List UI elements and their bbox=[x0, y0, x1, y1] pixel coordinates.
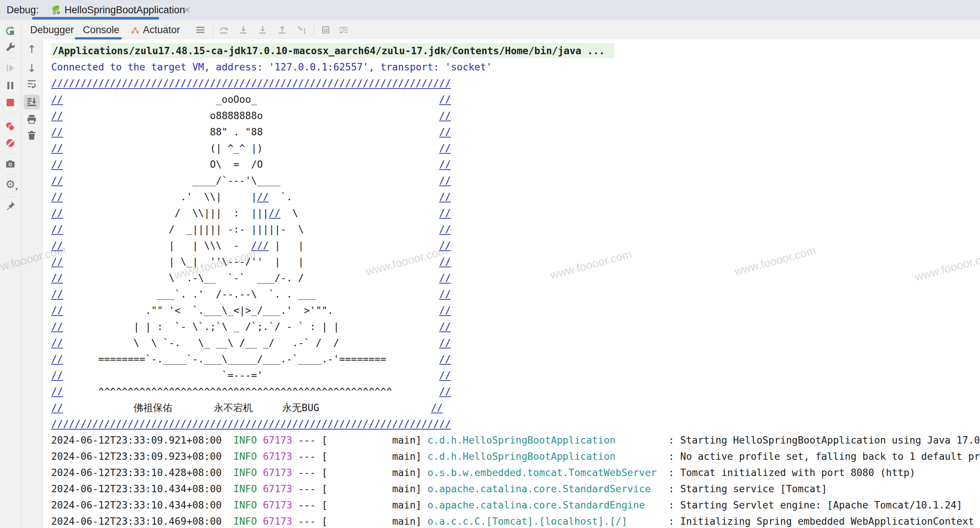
slash-link[interactable]: // bbox=[51, 207, 63, 219]
mute-breakpoints-icon[interactable] bbox=[5, 137, 16, 149]
logger-link[interactable]: c.d.h.HelloSpringBootApplication bbox=[427, 451, 662, 462]
slash-link[interactable]: // bbox=[439, 272, 451, 284]
evaluate-expression-icon[interactable] bbox=[320, 24, 331, 35]
more-options-sliders-icon[interactable] bbox=[338, 24, 349, 35]
slash-link[interactable]: // bbox=[51, 256, 63, 267]
ascii-art-line: // `=---=' // bbox=[51, 367, 980, 383]
slash-link[interactable]: // bbox=[269, 207, 280, 219]
slash-link[interactable]: // bbox=[439, 175, 451, 186]
slash-link[interactable]: // bbox=[439, 126, 451, 137]
slash-link[interactable]: // bbox=[51, 386, 63, 397]
slash-link[interactable]: // bbox=[439, 191, 451, 203]
slash-link[interactable]: // bbox=[51, 94, 63, 105]
step-into-icon[interactable] bbox=[238, 24, 249, 35]
slash-link[interactable]: // bbox=[51, 321, 63, 332]
step-over-icon[interactable] bbox=[218, 24, 229, 35]
logger-link[interactable]: c.d.h.HelloSpringBootApplication bbox=[427, 434, 662, 446]
slash-link[interactable]: // bbox=[51, 223, 63, 235]
slash-link[interactable]: // bbox=[51, 370, 63, 381]
slash-link[interactable]: // bbox=[439, 353, 451, 365]
logger-link[interactable]: o.apache.catalina.core.StandardService bbox=[427, 483, 662, 495]
java-command[interactable]: /Applications/zulu17.48.15-ca-jdk17.0.10… bbox=[51, 43, 614, 58]
slash-link[interactable]: // bbox=[439, 110, 451, 121]
divider bbox=[5, 174, 16, 174]
slash-link[interactable]: // bbox=[51, 110, 63, 121]
ascii-art-line: ////////////////////////////////////////… bbox=[51, 75, 980, 91]
logger-link[interactable]: o.a.c.c.C.[Tomcat].[localhost].[/] bbox=[427, 515, 662, 527]
log-pid: 67173 bbox=[262, 515, 292, 527]
slash-link[interactable]: // bbox=[51, 175, 63, 186]
view-breakpoints-icon[interactable] bbox=[5, 121, 16, 132]
stop-icon[interactable] bbox=[5, 97, 16, 108]
ascii-art-line: // \ \ `-. \_ __\ /__ _/ .-` / / // bbox=[51, 335, 980, 351]
logger-link[interactable]: o.s.b.w.embedded.tomcat.TomcatWebServer bbox=[427, 467, 662, 478]
slash-link[interactable]: // bbox=[439, 305, 451, 316]
log-line: 2024-06-12T23:33:10.434+08:00 INFO 67173… bbox=[51, 497, 980, 513]
log-pid: 67173 bbox=[262, 467, 292, 478]
logger-link[interactable]: o.apache.catalina.core.StandardEngine bbox=[427, 499, 662, 510]
settings-gear-icon[interactable]: ⚙ ▾ bbox=[5, 179, 16, 190]
slash-link[interactable]: // bbox=[439, 337, 451, 348]
close-icon[interactable]: ✕ bbox=[183, 5, 191, 16]
slash-link[interactable]: // bbox=[51, 191, 63, 203]
tab-console[interactable]: Console bbox=[83, 20, 119, 40]
slash-link[interactable]: // bbox=[51, 272, 63, 284]
down-arrow-icon[interactable]: ↓ bbox=[26, 62, 38, 74]
wrench-icon[interactable] bbox=[5, 41, 16, 53]
slash-link[interactable]: // bbox=[51, 240, 63, 251]
slash-link[interactable]: ////////////////////////////////////////… bbox=[51, 418, 451, 429]
step-out-icon[interactable] bbox=[277, 24, 288, 35]
slash-link[interactable]: // bbox=[51, 288, 63, 300]
clear-all-trash-icon[interactable] bbox=[26, 129, 38, 141]
slash-link[interactable]: // bbox=[257, 191, 269, 203]
slash-link[interactable]: // bbox=[439, 207, 451, 219]
ascii-art-line: // O\ = /O // bbox=[51, 156, 980, 172]
layout-options-menu-icon[interactable] bbox=[195, 24, 206, 35]
run-to-cursor-icon[interactable] bbox=[296, 24, 307, 35]
slash-link[interactable]: // bbox=[439, 223, 451, 235]
slash-link[interactable]: // bbox=[51, 126, 63, 137]
slash-link[interactable]: // bbox=[51, 337, 63, 348]
slash-link[interactable]: // bbox=[51, 142, 63, 154]
scroll-to-end-icon[interactable] bbox=[26, 96, 38, 108]
ascii-art-line: // | | : `- \`.;`\ _ /`;.`/ - ` : | | // bbox=[51, 319, 980, 335]
slash-link[interactable]: ////////////////////////////////////////… bbox=[51, 77, 451, 89]
ascii-art-line: // \ .-\__ `-` ___/-. / // bbox=[51, 270, 980, 286]
log-timestamp: 2024-06-12T23:33:10.434+08:00 bbox=[51, 483, 222, 495]
slash-link[interactable]: // bbox=[439, 370, 451, 381]
slash-link[interactable]: // bbox=[439, 321, 451, 332]
log-message: Starting HelloSpringBootApplication usin… bbox=[680, 434, 980, 446]
slash-link[interactable]: // bbox=[51, 353, 63, 365]
slash-link[interactable]: // bbox=[51, 305, 63, 316]
log-timestamp: 2024-06-12T23:33:09.921+08:00 bbox=[51, 434, 222, 446]
thread-dump-camera-icon[interactable] bbox=[5, 158, 16, 170]
slash-link[interactable]: // bbox=[439, 386, 451, 397]
tab-actuator[interactable]: Actuator bbox=[143, 20, 180, 40]
slash-link[interactable]: // bbox=[439, 256, 451, 267]
log-line: 2024-06-12T23:33:10.428+08:00 INFO 67173… bbox=[51, 464, 980, 481]
force-step-into-icon[interactable] bbox=[257, 24, 268, 35]
soft-wrap-icon[interactable] bbox=[26, 78, 38, 89]
ascii-art-line: // ."" '< `.___\_<|>_/___.' >'"". // bbox=[51, 302, 980, 319]
actuator-icon bbox=[130, 25, 141, 36]
slash-link[interactable]: /// bbox=[251, 240, 269, 251]
rerun-icon[interactable] bbox=[5, 25, 16, 37]
pin-icon[interactable] bbox=[5, 200, 16, 212]
slash-link[interactable]: // bbox=[51, 402, 63, 413]
up-arrow-icon[interactable]: ↑ bbox=[26, 43, 38, 55]
pause-icon[interactable] bbox=[5, 80, 16, 91]
slash-link[interactable]: // bbox=[439, 94, 451, 105]
slash-link[interactable]: // bbox=[439, 158, 451, 170]
slash-link[interactable]: // bbox=[51, 158, 63, 170]
slash-link[interactable]: // bbox=[431, 402, 443, 413]
resume-icon[interactable] bbox=[5, 62, 16, 74]
console-output[interactable]: /Applications/zulu17.48.15-ca-jdk17.0.10… bbox=[43, 40, 980, 528]
slash-link[interactable]: // bbox=[439, 288, 451, 300]
slash-link[interactable]: // bbox=[439, 142, 451, 154]
print-icon[interactable] bbox=[26, 113, 38, 125]
ascii-art-line: // o8888888o // bbox=[51, 108, 980, 124]
slash-link[interactable]: // bbox=[439, 240, 451, 251]
tab-debugger[interactable]: Debugger bbox=[30, 20, 74, 40]
log-timestamp: 2024-06-12T23:33:10.469+08:00 bbox=[51, 515, 222, 527]
log-timestamp: 2024-06-12T23:33:10.428+08:00 bbox=[51, 467, 222, 478]
